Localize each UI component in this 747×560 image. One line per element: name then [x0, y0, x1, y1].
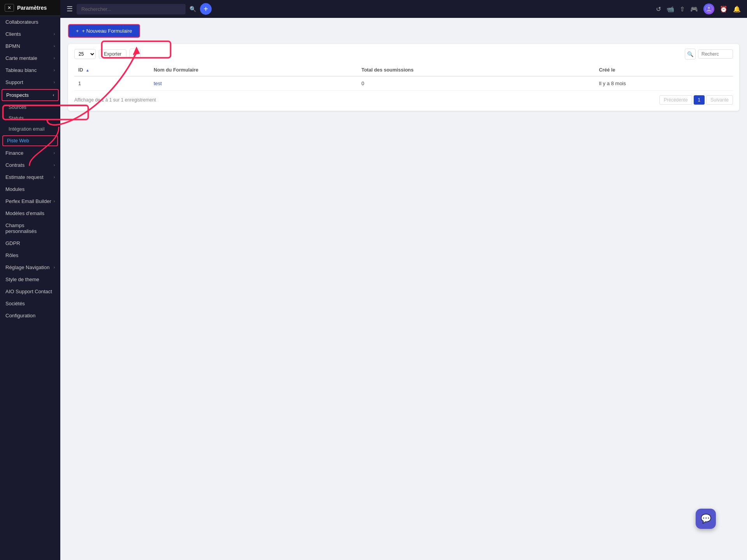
sidebar-item-label: Modules: [5, 186, 25, 192]
sidebar-item-label: AIO Support Contact: [5, 289, 52, 294]
chevron-right-icon: ›: [54, 68, 55, 72]
col-nom-label: Nom du Formulaire: [154, 67, 198, 73]
menu-icon[interactable]: ☰: [67, 5, 73, 13]
sidebar-item-reglage-navigation[interactable]: Réglage Navigation ›: [0, 261, 60, 273]
table-toolbar: 25 50 100 Exporter ⟳ 🔍: [74, 49, 733, 60]
export-label: Exporter: [104, 51, 121, 57]
chat-icon: 💬: [701, 514, 711, 524]
table-row: 1 test 0 Il y a 8 mois: [74, 76, 733, 91]
sidebar-item-collaborateurs[interactable]: Collaborateurs: [0, 16, 60, 28]
sidebar-item-label: GDPR: [5, 240, 20, 246]
sidebar-item-tableau-blanc[interactable]: Tableau blanc ›: [0, 64, 60, 76]
sidebar-item-finance[interactable]: Finance ›: [0, 147, 60, 159]
sidebar-item-bpmn[interactable]: BPMN ›: [0, 40, 60, 52]
sidebar-sub-item-sources[interactable]: Sources: [0, 102, 60, 113]
sidebar-item-style-de-theme[interactable]: Style de theme: [0, 273, 60, 285]
sidebar-item-label: Style de theme: [5, 276, 39, 282]
bell-icon[interactable]: 🔔: [733, 5, 741, 13]
page-1-button[interactable]: 1: [694, 95, 705, 105]
sidebar-item-label: Configuration: [5, 313, 35, 318]
chevron-right-icon: ›: [54, 32, 55, 36]
chevron-right-icon: ›: [54, 56, 55, 60]
sidebar-item-label: Tableau blanc: [5, 67, 37, 73]
sidebar-item-label: Rôles: [5, 252, 18, 258]
sidebar-header: ✕ Paramètres: [0, 0, 60, 16]
sidebar-item-label: Modèles d'emails: [5, 210, 44, 216]
chevron-right-icon: ›: [54, 151, 55, 155]
sidebar-item-support[interactable]: Support ›: [0, 76, 60, 88]
refresh-button[interactable]: ⟳: [130, 49, 140, 60]
table-container: 25 50 100 Exporter ⟳ 🔍: [68, 44, 739, 111]
sidebar-item-societes[interactable]: Sociétés: [0, 298, 60, 310]
sidebar-sub-item-statuts[interactable]: Statuts: [0, 113, 60, 124]
prev-label: Précédente: [664, 97, 687, 103]
col-soumissions-label: Total des soumissions: [361, 67, 414, 73]
col-id: ID ▲: [74, 64, 150, 76]
sidebar-item-prospects[interactable]: Prospects ‹: [2, 89, 59, 101]
sidebar-item-modules[interactable]: Modules: [0, 183, 60, 195]
topbar: ☰ 🔍 + ↺ 📹 ⇧ 🎮 ⏰ 🔔: [60, 0, 747, 18]
sidebar-sub-item-integration-email[interactable]: Intégration email: [0, 124, 60, 135]
sidebar-sub-label: Statuts: [9, 116, 24, 121]
main-area: ☰ 🔍 + ↺ 📹 ⇧ 🎮 ⏰ 🔔 + + Nouveau Formulaire: [60, 0, 747, 560]
sidebar-item-carte-mentale[interactable]: Carte mentale ›: [0, 52, 60, 64]
sidebar-item-perfex-email-builder[interactable]: Perfex Email Builder ›: [0, 195, 60, 207]
sidebar-item-label: Finance: [5, 150, 23, 156]
sidebar-item-aio-support-contact[interactable]: AIO Support Contact: [0, 285, 60, 298]
sidebar-item-label: Support: [5, 79, 23, 85]
sidebar-item-label: Perfex Email Builder: [5, 198, 51, 204]
clock-icon[interactable]: ⏰: [720, 5, 728, 13]
page-number: 1: [698, 97, 701, 103]
refresh-icon: ⟳: [133, 51, 137, 57]
topbar-right: ↺ 📹 ⇧ 🎮 ⏰ 🔔: [656, 4, 741, 14]
avatar[interactable]: [703, 4, 714, 14]
sidebar-sub-item-piste-web[interactable]: Piste Web: [2, 135, 58, 146]
pagination: Précédente 1 Suivante: [659, 95, 733, 105]
game-controller-icon[interactable]: 🎮: [690, 5, 698, 13]
plus-icon: +: [76, 28, 79, 34]
sidebar-item-champs-personnalises[interactable]: Champs personnalisés: [0, 219, 60, 237]
video-icon[interactable]: 📹: [666, 5, 674, 13]
prev-page-button[interactable]: Précédente: [659, 95, 692, 105]
sidebar-item-estimate-request[interactable]: Estimate request ›: [0, 171, 60, 183]
sidebar-item-modeles-emails[interactable]: Modèles d'emails: [0, 207, 60, 219]
add-button[interactable]: +: [200, 3, 212, 15]
col-id-label: ID: [78, 67, 83, 73]
chevron-right-icon: ›: [54, 265, 55, 270]
share-icon[interactable]: ⇧: [680, 5, 685, 13]
cell-nom: test: [150, 76, 358, 91]
new-form-button[interactable]: + + Nouveau Formulaire: [68, 24, 140, 38]
per-page-select[interactable]: 25 50 100: [74, 49, 96, 59]
col-total-soumissions: Total des soumissions: [358, 64, 595, 76]
table-search-icon-button[interactable]: 🔍: [685, 49, 696, 60]
sidebar-close-button[interactable]: ✕: [5, 4, 14, 12]
next-page-button[interactable]: Suivante: [706, 95, 733, 105]
chevron-right-icon: ›: [54, 163, 55, 167]
sort-asc-icon[interactable]: ▲: [86, 68, 89, 72]
new-form-label: + Nouveau Formulaire: [82, 28, 132, 34]
search-icon[interactable]: 🔍: [189, 6, 196, 12]
search-input[interactable]: [77, 4, 186, 14]
forms-table: ID ▲ Nom du Formulaire Total des soumiss…: [74, 64, 733, 91]
sidebar-item-clients[interactable]: Clients ›: [0, 28, 60, 40]
svg-point-4: [708, 7, 710, 9]
sidebar-title: Paramètres: [17, 5, 56, 11]
form-link[interactable]: test: [154, 80, 162, 86]
table-header-row: ID ▲ Nom du Formulaire Total des soumiss…: [74, 64, 733, 76]
table-search-input[interactable]: [698, 49, 733, 59]
sidebar-item-roles[interactable]: Rôles: [0, 249, 60, 261]
chevron-right-icon: ›: [54, 80, 55, 84]
content-area: + + Nouveau Formulaire 25 50 100 Exporte…: [60, 18, 747, 560]
cell-id: 1: [74, 76, 150, 91]
sidebar-item-configuration[interactable]: Configuration: [0, 310, 60, 322]
sidebar-item-contrats[interactable]: Contrats ›: [0, 159, 60, 171]
history-icon[interactable]: ↺: [656, 5, 661, 13]
chevron-down-icon: ‹: [53, 93, 54, 97]
export-button[interactable]: Exporter: [99, 49, 126, 59]
sidebar-item-label: Clients: [5, 31, 21, 37]
sidebar-item-label: BPMN: [5, 43, 20, 49]
chat-fab-button[interactable]: 💬: [696, 509, 716, 529]
sidebar-item-gdpr[interactable]: GDPR: [0, 237, 60, 249]
sidebar-sub-label: Piste Web: [7, 138, 29, 144]
sidebar-item-label: Prospects: [6, 92, 29, 98]
